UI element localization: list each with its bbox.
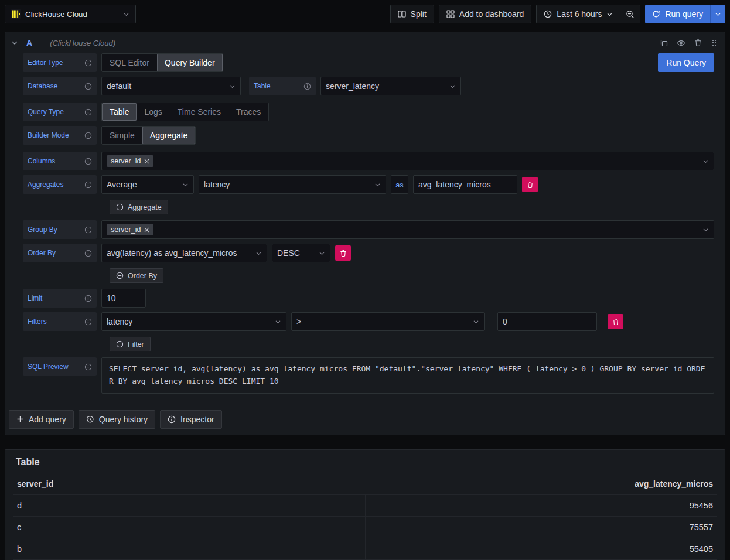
- add-filter-button[interactable]: Filter: [110, 337, 151, 351]
- time-range-picker[interactable]: Last 6 hours: [536, 5, 620, 23]
- builder-mode-simple-option[interactable]: Simple: [102, 127, 142, 144]
- editor-type-row: Editor Type SQL Editor Query Builder Run…: [23, 53, 714, 72]
- info-icon: [84, 295, 92, 302]
- remove-filter-button[interactable]: [608, 314, 623, 329]
- add-aggregate-row: Aggregate: [23, 200, 714, 214]
- run-query-split-button: Run query: [645, 5, 725, 23]
- column-header-avg-latency[interactable]: avg_latency_micros: [365, 474, 717, 494]
- plus-circle-icon: [116, 340, 124, 348]
- add-filter-row: Filter: [23, 337, 714, 351]
- run-query-dropdown-button[interactable]: [710, 5, 725, 23]
- zoom-out-button[interactable]: [620, 5, 640, 23]
- query-header: A (ClickHouse Cloud): [5, 32, 725, 52]
- aggregate-function-select[interactable]: Average: [101, 175, 194, 194]
- clickhouse-logo-icon: [11, 9, 21, 19]
- limit-row: Limit: [23, 289, 714, 308]
- chevron-down-icon: [275, 319, 281, 325]
- info-icon: [84, 108, 92, 116]
- query-builder-option[interactable]: Query Builder: [157, 54, 223, 71]
- filters-row: Filters latency >: [23, 312, 714, 331]
- aggregate-alias-input[interactable]: [413, 175, 517, 194]
- top-toolbar: ClickHouse Cloud Split Add to dashboard …: [0, 0, 730, 28]
- order-direction-select[interactable]: DESC: [272, 244, 330, 262]
- split-icon: [398, 10, 406, 18]
- table-cell: 55405: [365, 538, 717, 559]
- query-type-traces-option[interactable]: Traces: [228, 103, 268, 121]
- trash-icon: [694, 39, 702, 47]
- add-order-by-row: Order By: [23, 268, 714, 283]
- aggregate-column-select[interactable]: latency: [199, 175, 386, 194]
- query-history-button[interactable]: Query history: [79, 410, 155, 429]
- remove-aggregate-button[interactable]: [522, 177, 538, 192]
- info-icon: [84, 132, 92, 139]
- columns-select[interactable]: server_id: [101, 152, 714, 170]
- apps-icon: [446, 10, 455, 18]
- chevron-down-icon: [229, 83, 236, 90]
- duplicate-query-button[interactable]: [660, 39, 668, 47]
- query-type-logs-option[interactable]: Logs: [137, 103, 169, 121]
- info-circle-icon: [168, 415, 176, 424]
- add-aggregate-button[interactable]: Aggregate: [110, 200, 168, 214]
- filter-field-select[interactable]: latency: [101, 312, 286, 331]
- info-icon: [84, 226, 92, 234]
- filters-label: Filters: [23, 312, 97, 331]
- datasource-picker[interactable]: ClickHouse Cloud: [5, 5, 136, 23]
- info-icon: [84, 158, 92, 165]
- query-type-row: Query Type Table Logs Time Series Traces: [23, 103, 714, 121]
- order-by-label: Order By: [23, 244, 97, 262]
- info-icon: [84, 59, 92, 67]
- table-select[interactable]: server_latency: [320, 77, 461, 95]
- history-icon: [86, 415, 94, 424]
- chevron-down-icon: [606, 11, 613, 18]
- remove-tag-icon[interactable]: [144, 159, 149, 164]
- drag-handle[interactable]: [711, 39, 718, 47]
- trash-icon: [340, 250, 347, 257]
- collapse-query-button[interactable]: [11, 39, 18, 46]
- chevron-down-icon: [182, 182, 189, 188]
- table-cell: b: [13, 538, 365, 559]
- add-order-by-button[interactable]: Order By: [110, 268, 163, 283]
- results-table: server_id avg_latency_micros d 95456 c 7…: [13, 474, 717, 560]
- trash-icon: [527, 181, 534, 189]
- run-query-label: Run query: [665, 9, 703, 19]
- run-query-button[interactable]: Run query: [645, 5, 710, 23]
- query-type-time-series-option[interactable]: Time Series: [170, 103, 228, 121]
- chevron-down-icon: [11, 39, 18, 46]
- group-by-label: Group By: [23, 220, 97, 239]
- toolbar-actions: Split Add to dashboard Last 6 hours Run …: [390, 5, 725, 23]
- remove-query-button[interactable]: [694, 39, 702, 47]
- info-icon: [84, 181, 92, 189]
- aggregates-label: Aggregates: [23, 175, 97, 194]
- query-ref-id[interactable]: A: [26, 38, 32, 47]
- add-query-button[interactable]: Add query: [9, 410, 74, 429]
- column-header-server-id[interactable]: server_id: [13, 474, 365, 494]
- group-by-select[interactable]: server_id: [101, 220, 714, 239]
- split-button[interactable]: Split: [390, 5, 434, 23]
- order-by-field-select[interactable]: avg(latency) as avg_latency_micros: [101, 244, 267, 262]
- sql-editor-option[interactable]: SQL Editor: [102, 54, 157, 71]
- database-select[interactable]: default: [101, 77, 241, 95]
- filter-operator-select[interactable]: >: [291, 312, 485, 331]
- selected-group-by-tag: server_id: [107, 224, 153, 235]
- remove-tag-icon[interactable]: [144, 227, 149, 233]
- filter-value-input[interactable]: [497, 312, 597, 331]
- limit-input[interactable]: [101, 289, 146, 308]
- columns-row: Columns server_id: [23, 152, 714, 170]
- chevron-down-icon: [449, 83, 456, 90]
- inspector-button[interactable]: Inspector: [160, 410, 222, 429]
- query-header-actions: [660, 39, 718, 47]
- toggle-visibility-button[interactable]: [677, 39, 685, 47]
- info-icon: [84, 250, 92, 257]
- query-type-table-option[interactable]: Table: [102, 103, 137, 121]
- info-icon: [84, 318, 92, 326]
- add-to-dashboard-button[interactable]: Add to dashboard: [439, 5, 532, 23]
- run-query-editor-button[interactable]: Run Query: [658, 53, 714, 72]
- chevron-down-icon: [374, 182, 381, 188]
- sql-preview-row: SQL Preview SELECT server_id, avg(latenc…: [23, 357, 714, 394]
- builder-mode-aggregate-option[interactable]: Aggregate: [142, 127, 196, 144]
- remove-order-by-button[interactable]: [335, 245, 351, 261]
- columns-label: Columns: [23, 152, 97, 170]
- table-label: Table: [249, 77, 316, 95]
- sql-preview-text: SELECT server_id, avg(latency) as avg_la…: [101, 357, 714, 394]
- query-type-toggle: Table Logs Time Series Traces: [101, 103, 269, 121]
